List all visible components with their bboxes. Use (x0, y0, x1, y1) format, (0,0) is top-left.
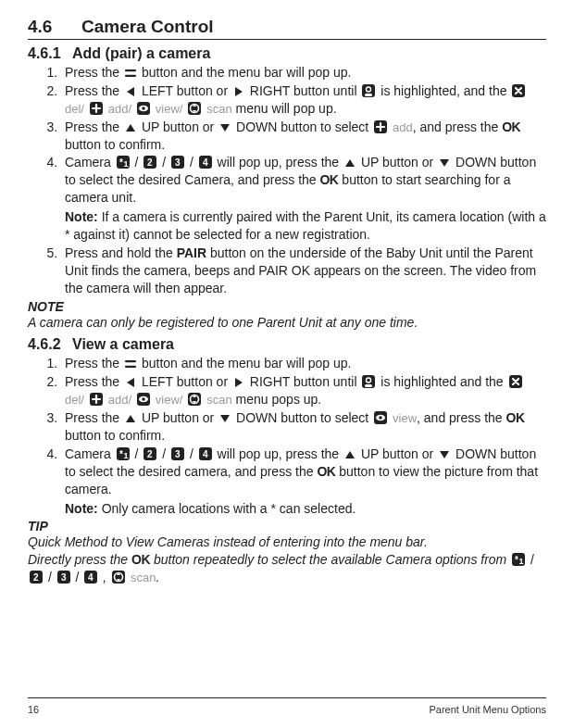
ok-label: OK (131, 552, 150, 567)
camera-4-icon (198, 446, 213, 461)
page-number: 16 (28, 704, 39, 715)
footer-section: Parent Unit Menu Options (429, 704, 546, 715)
camera-1-icon (116, 446, 131, 461)
ok-label: OK (317, 464, 335, 479)
view-icon (136, 101, 151, 116)
list-item: Press the button and the menu bar will p… (61, 64, 546, 82)
camera-2-icon (29, 570, 44, 584)
note-line: Note: Only camera locations with a * can… (65, 500, 546, 518)
list-item: Press the LEFT button or RIGHT button un… (61, 373, 546, 408)
up-arrow-icon (343, 157, 356, 169)
list-item: Press and hold the PAIR button on the un… (61, 245, 546, 297)
tip-heading: TIP (28, 519, 546, 533)
menu-icon (124, 67, 137, 80)
subsection-number: 4.6.2 (28, 336, 72, 353)
list-item: Press the button and the menu bar will p… (61, 355, 546, 372)
list-item: Press the UP button or DOWN button to se… (61, 119, 546, 154)
note-text: A camera can only be registered to one P… (28, 314, 546, 332)
down-arrow-icon (218, 121, 231, 134)
delete-icon (508, 374, 523, 389)
list-item: Press the LEFT button or RIGHT button un… (61, 82, 546, 118)
menu-icon (124, 358, 137, 370)
view-icon (136, 392, 151, 407)
down-arrow-icon (438, 157, 451, 169)
list-item: Camera / / / will pop up, press the UP b… (61, 154, 546, 243)
subsection-number: 4.6.1 (28, 45, 72, 62)
up-arrow-icon (124, 412, 137, 425)
camera-3-icon (56, 570, 71, 584)
steps-list: Press the button and the menu bar will p… (28, 64, 546, 297)
list-item: Press the UP button or DOWN button to se… (61, 409, 546, 445)
subsection-heading: 4.6.1Add (pair) a camera (28, 45, 546, 62)
subsection-title: Add (pair) a camera (72, 45, 210, 61)
camera-3-icon (170, 155, 185, 169)
ok-label: OK (506, 410, 525, 425)
ok-label: OK (502, 119, 520, 134)
page-footer: 16 Parent Unit Menu Options (28, 697, 546, 715)
add-icon (89, 101, 104, 116)
camera-4-icon (198, 155, 213, 169)
camera-1-icon (511, 552, 526, 567)
scan-icon (111, 570, 126, 584)
steps-list: Press the button and the menu bar will p… (28, 355, 546, 517)
section-heading: 4.6Camera Control (28, 17, 546, 40)
camera-1-icon (116, 155, 131, 169)
section-number: 4.6 (28, 17, 81, 37)
view-icon (373, 410, 388, 425)
right-arrow-icon (232, 85, 245, 98)
tip-text: Quick Method to View Cameras instead of … (28, 533, 546, 586)
subsection-heading: 4.6.2View a camera (28, 336, 546, 353)
list-item: Camera / / / will pop up, press the UP b… (61, 446, 546, 518)
up-arrow-icon (124, 121, 137, 134)
camera-2-icon (143, 155, 157, 169)
note-line: Note: If a camera is currently paired wi… (65, 208, 546, 244)
subsection-title: View a camera (72, 336, 174, 352)
camera-2-icon (143, 446, 157, 461)
camera-icon (361, 374, 376, 389)
add-icon (373, 119, 388, 134)
left-arrow-icon (124, 376, 137, 389)
down-arrow-icon (218, 412, 231, 425)
right-arrow-icon (232, 376, 245, 389)
scan-icon (187, 101, 202, 116)
ok-label: OK (319, 172, 338, 187)
note-heading: NOTE (28, 299, 546, 314)
delete-icon (511, 83, 526, 98)
down-arrow-icon (438, 448, 451, 461)
add-icon (89, 392, 104, 407)
up-arrow-icon (343, 448, 356, 461)
section-title: Camera Control (81, 17, 214, 36)
left-arrow-icon (124, 85, 137, 98)
scan-icon (187, 392, 202, 407)
camera-3-icon (170, 446, 185, 461)
camera-4-icon (83, 570, 98, 584)
camera-icon (361, 83, 376, 98)
